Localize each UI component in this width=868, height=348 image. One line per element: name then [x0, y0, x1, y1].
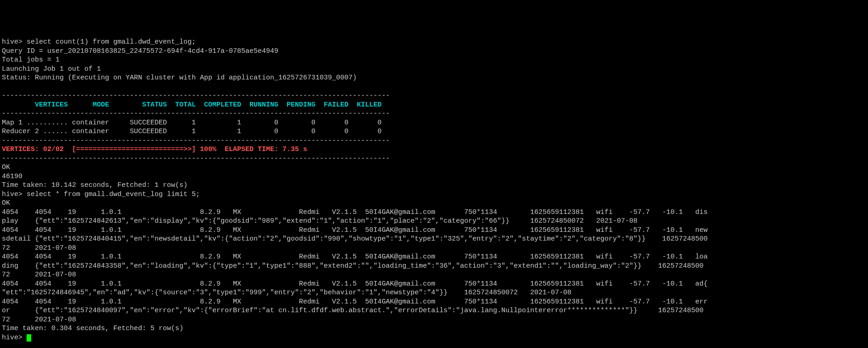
cursor-icon[interactable] — [27, 334, 31, 342]
sql-query: select count(1) from gmall.dwd_event_log… — [27, 38, 196, 46]
time-taken-line: Time taken: 0.304 seconds, Fetched: 5 ro… — [2, 325, 183, 332]
map-row: Map 1 .......... container SUCCEEDED 1 1… — [2, 119, 381, 127]
total-jobs-line: Total jobs = 1 — [2, 56, 60, 64]
query-id-line: Query ID = user_20210708163825_22475572-… — [2, 47, 278, 55]
result-row: 72 2021-07-08 — [2, 271, 76, 279]
hive-prompt: hive> — [2, 191, 27, 198]
vertices-table-header: VERTICES MODE STATUS TOTAL COMPLETED RUN… — [2, 101, 381, 109]
separator-line: ----------------------------------------… — [2, 110, 390, 118]
result-row: 4054 4054 19 1.0.1 8.2.9 MX Redmi V2.1.5… — [2, 298, 708, 306]
status-line: Status: Running (Executing on YARN clust… — [2, 74, 357, 82]
ok-status: OK — [2, 163, 10, 171]
result-row: or {"ett":"1625724840097","en":"error","… — [2, 307, 703, 314]
count-result: 46190 — [2, 173, 22, 180]
separator-line: ----------------------------------------… — [2, 137, 390, 145]
result-row: play {"ett":"1625724842613","en":"displa… — [2, 217, 637, 225]
time-taken-line: Time taken: 10.142 seconds, Fetched: 1 r… — [2, 181, 188, 189]
launching-line: Launching Job 1 out of 1 — [2, 65, 101, 73]
terminal-window[interactable]: hive> select count(1) from gmall.dwd_eve… — [2, 38, 866, 342]
separator-line: ----------------------------------------… — [2, 155, 390, 163]
result-row: 72 2021-07-08 — [2, 244, 76, 252]
result-row: ding {"ett":"1625724843358","en":"loadin… — [2, 262, 703, 270]
result-row: 4054 4054 19 1.0.1 8.2.9 MX Redmi V2.1.5… — [2, 208, 708, 216]
vertices-progress-line: VERTICES: 02/02 [=======================… — [2, 146, 307, 153]
result-row: 72 2021-07-08 — [2, 316, 76, 324]
result-row: 4054 4054 19 1.0.1 8.2.9 MX Redmi V2.1.5… — [2, 280, 708, 288]
result-row: 4054 4054 19 1.0.1 8.2.9 MX Redmi V2.1.5… — [2, 226, 708, 234]
hive-prompt: hive> — [2, 334, 27, 342]
hive-prompt: hive> — [2, 38, 27, 46]
sql-query: select * from gmall.dwd_event_log limit … — [27, 191, 200, 198]
result-row: 4054 4054 19 1.0.1 8.2.9 MX Redmi V2.1.5… — [2, 253, 708, 261]
reducer-row: Reducer 2 ...... container SUCCEEDED 1 1… — [2, 128, 381, 135]
separator-line: ----------------------------------------… — [2, 92, 390, 100]
result-row: "ett":"1625724846945","en":"ad","kv":{"s… — [2, 289, 571, 297]
ok-status: OK — [2, 199, 10, 207]
result-row: sdetail {"ett":"1625724840415","en":"new… — [2, 235, 708, 243]
